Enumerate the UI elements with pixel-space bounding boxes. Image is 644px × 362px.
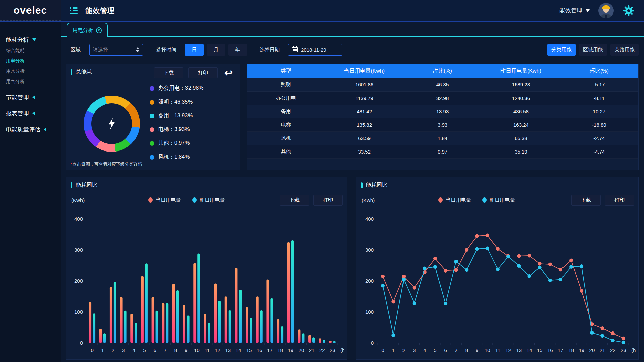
sidebar-section-3[interactable]: 电能质量评估 — [0, 124, 61, 135]
legend-item[interactable]: 照明：46.35% — [150, 95, 203, 109]
print-button[interactable]: 打印 — [313, 195, 343, 206]
download-button[interactable]: 下载 — [571, 195, 601, 206]
table-cell: 1.84 — [404, 132, 482, 145]
gear-icon[interactable] — [623, 5, 635, 17]
y-axis-unit: (Kwh) — [362, 197, 375, 203]
view-button-group: 分类用能区域用能支路用能 — [547, 44, 639, 56]
legend-dot — [148, 197, 153, 203]
legend-label: 当日用电量 — [446, 197, 471, 203]
svg-text:8: 8 — [174, 347, 177, 353]
svg-text:0: 0 — [80, 340, 83, 346]
bar-chart[interactable]: 0100200300400012345678910111213141516171… — [69, 209, 344, 357]
table-cell: 照明 — [247, 78, 325, 91]
print-button[interactable]: 打印 — [605, 195, 634, 206]
svg-text:100: 100 — [74, 309, 83, 315]
svg-text:0: 0 — [381, 347, 384, 353]
time-button[interactable]: 年 — [228, 44, 247, 56]
donut-chart[interactable] — [84, 96, 140, 152]
legend-dot — [438, 197, 443, 203]
legend-item[interactable]: 昨日用电量 — [482, 197, 515, 203]
bar-chart-legend: 当日用电量昨日用电量 — [148, 197, 225, 203]
legend-label: 电梯：3.93% — [158, 126, 190, 133]
print-button[interactable]: 打印 — [188, 67, 218, 78]
line-chart[interactable]: 0100200300400012345678910111213141516171… — [360, 209, 636, 357]
table-cell: 481.42 — [325, 105, 403, 118]
date-picker[interactable]: 2018-11-29 — [288, 44, 342, 56]
legend-item[interactable]: 办公用电：32.98% — [150, 81, 203, 95]
energy-table: 类型当日用电量(Kwh)占比(%)昨日用电量(Kwh)环比(%) 照明1601.… — [247, 64, 638, 159]
svg-text:16: 16 — [257, 347, 262, 353]
sidebar-item[interactable]: 用气分析 — [0, 76, 61, 87]
tab-strip: 用电分析 ✕ — [61, 22, 644, 37]
download-button[interactable]: 下载 — [280, 195, 309, 206]
sidebar-item[interactable]: 用水分析 — [0, 66, 61, 76]
chevron-down-icon — [32, 38, 36, 41]
y-axis-unit: (Kwh) — [71, 197, 85, 203]
legend-dot — [150, 114, 154, 118]
svg-text:1: 1 — [392, 347, 395, 353]
back-arrow-icon[interactable]: ↩ — [224, 68, 233, 78]
donut-legend: 办公用电：32.98%照明：46.35%备用：13.93%电梯：3.93%其他：… — [150, 81, 203, 164]
legend-dot — [150, 100, 154, 105]
table-cell: 1139.79 — [325, 92, 403, 105]
legend-item[interactable]: 当日用电量 — [148, 197, 181, 203]
legend-label: 备用：13.93% — [158, 112, 193, 119]
table-header-cell: 环比(%) — [560, 64, 638, 78]
user-menu-dropdown[interactable]: 能效管理 — [559, 7, 590, 14]
table-cell: -4.74 — [560, 145, 638, 158]
menu-icon[interactable] — [70, 7, 78, 14]
legend-item[interactable]: 电梯：3.93% — [150, 123, 203, 136]
svg-text:19: 19 — [288, 347, 293, 353]
table-cell: 1689.23 — [482, 78, 560, 91]
legend-item[interactable]: 昨日用电量 — [192, 197, 225, 203]
svg-text:8: 8 — [465, 347, 468, 353]
title-marker — [71, 69, 72, 75]
svg-text:200: 200 — [365, 278, 374, 284]
svg-text:0: 0 — [91, 347, 93, 353]
legend-item[interactable]: 风机：1.84% — [150, 150, 203, 164]
table-cell: 其他 — [247, 145, 325, 158]
sidebar-section-label: 电能质量评估 — [6, 126, 40, 133]
svg-text:18: 18 — [568, 347, 574, 353]
sidebar-section-1[interactable]: 节能管理 — [0, 92, 61, 103]
logo: ovelec — [14, 5, 47, 16]
table-row: 照明1601.8646.351689.23-5.17 — [247, 78, 638, 92]
view-mode-button[interactable]: 分类用能 — [547, 44, 576, 56]
sidebar-section-0[interactable]: 能耗分析 — [0, 34, 61, 45]
time-button[interactable]: 日 — [185, 44, 204, 56]
legend-item[interactable]: 备用：13.93% — [150, 109, 203, 123]
table-cell: 10.27 — [560, 105, 638, 118]
legend-item[interactable]: 其他：0.97% — [150, 136, 203, 150]
legend-label: 其他：0.97% — [158, 140, 190, 147]
tab-electricity-analysis[interactable]: 用电分析 ✕ — [67, 23, 108, 37]
table-header-cell: 昨日用电量(Kwh) — [482, 64, 560, 78]
region-select[interactable]: 请选择 — [89, 44, 143, 56]
chevron-left-icon — [32, 111, 35, 115]
view-mode-button[interactable]: 支路用能 — [610, 44, 639, 56]
sidebar-section-2[interactable]: 报表管理 — [0, 108, 61, 119]
download-button[interactable]: 下载 — [154, 67, 183, 78]
view-mode-button[interactable]: 区域用能 — [579, 44, 607, 56]
svg-text:23: 23 — [330, 347, 335, 353]
svg-text:400: 400 — [74, 216, 83, 222]
table-cell: -5.17 — [560, 78, 638, 91]
avatar[interactable] — [598, 3, 614, 18]
sidebar-item[interactable]: 用电分析 — [0, 56, 61, 66]
close-icon[interactable]: ✕ — [96, 27, 102, 33]
sidebar-section-label: 节能管理 — [6, 94, 29, 101]
table-row: 电梯135.823.93163.24-16.80 — [247, 118, 638, 132]
table-cell: 1601.86 — [325, 78, 403, 91]
legend-dot — [150, 127, 154, 132]
svg-text:9: 9 — [185, 347, 187, 353]
chevron-down-icon — [586, 9, 590, 12]
sidebar-item[interactable]: 综合能耗 — [0, 45, 61, 56]
svg-text:2: 2 — [112, 347, 114, 353]
svg-text:23: 23 — [621, 347, 626, 353]
date-label: 选择日期： — [260, 47, 285, 53]
time-label: 选择时间： — [156, 47, 181, 53]
legend-item[interactable]: 当日用电量 — [438, 197, 471, 203]
topbar-right: 能效管理 — [559, 3, 635, 18]
time-button[interactable]: 月 — [207, 44, 225, 56]
sidebar-section-label: 报表管理 — [6, 110, 29, 117]
table-cell: 63.59 — [325, 132, 403, 145]
